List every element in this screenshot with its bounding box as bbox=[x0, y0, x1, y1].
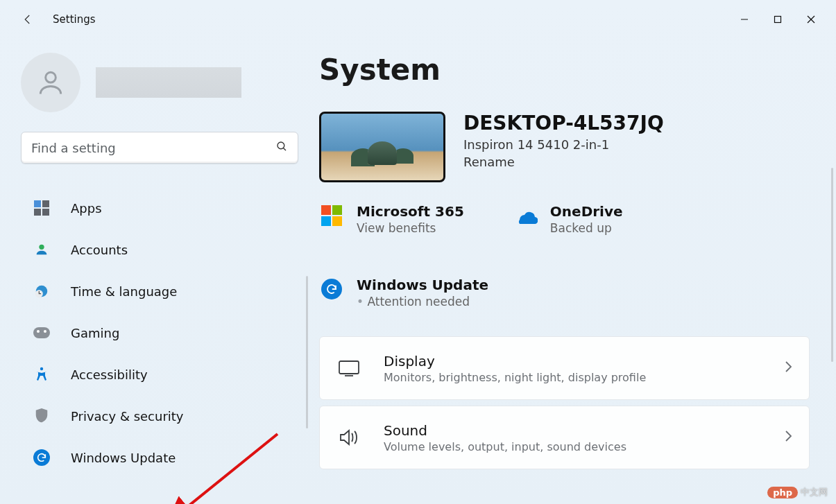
person-icon bbox=[35, 67, 66, 98]
svg-line-6 bbox=[283, 148, 286, 150]
sidebar-item-label: Accessibility bbox=[71, 367, 148, 382]
back-button[interactable] bbox=[15, 7, 40, 32]
nav-list: Apps Accounts Time & language Gaming bbox=[21, 187, 298, 478]
device-name: DESKTOP-4L537JQ bbox=[463, 112, 664, 134]
window-title: Settings bbox=[53, 13, 96, 26]
rename-link[interactable]: Rename bbox=[463, 155, 664, 169]
privacy-security-icon bbox=[32, 406, 51, 426]
nav-scrollbar-thumb[interactable] bbox=[306, 276, 308, 428]
watermark-brand: php bbox=[767, 487, 798, 498]
titlebar: Settings bbox=[0, 0, 836, 39]
main-scrollbar-thumb[interactable] bbox=[831, 168, 833, 362]
device-model: Inspiron 14 5410 2-in-1 bbox=[463, 137, 664, 152]
sidebar-item-time-language[interactable]: Time & language bbox=[21, 270, 298, 312]
minimize-icon bbox=[740, 15, 749, 24]
row-display[interactable]: Display Monitors, brightness, night ligh… bbox=[319, 336, 810, 400]
sidebar-item-windows-update[interactable]: Windows Update bbox=[21, 437, 298, 478]
accounts-icon bbox=[32, 240, 51, 259]
sound-icon bbox=[336, 425, 361, 450]
tile-subtext: Backed up bbox=[550, 221, 623, 235]
sidebar-item-label: Privacy & security bbox=[71, 409, 184, 424]
sidebar-item-label: Accounts bbox=[71, 243, 128, 257]
sidebar-item-label: Apps bbox=[71, 201, 102, 216]
tile-microsoft-365[interactable]: Microsoft 365 View benefits bbox=[319, 203, 464, 235]
accessibility-icon bbox=[32, 365, 51, 384]
tile-subtext: Attention needed bbox=[357, 295, 488, 309]
sidebar-item-label: Gaming bbox=[71, 326, 119, 340]
info-tiles: Microsoft 365 View benefits OneDrive Bac… bbox=[319, 203, 815, 309]
svg-rect-12 bbox=[339, 361, 359, 374]
window-controls bbox=[728, 7, 828, 32]
tile-title: Windows Update bbox=[357, 277, 488, 293]
microsoft-365-icon bbox=[319, 203, 344, 228]
svg-point-7 bbox=[39, 245, 44, 250]
tile-subtext: View benefits bbox=[357, 221, 464, 235]
sidebar-item-apps[interactable]: Apps bbox=[21, 187, 298, 229]
gaming-icon bbox=[32, 323, 51, 342]
row-title: Display bbox=[384, 353, 762, 370]
settings-list: Display Monitors, brightness, night ligh… bbox=[319, 336, 815, 469]
search-box[interactable] bbox=[21, 132, 298, 164]
svg-rect-1 bbox=[775, 17, 781, 23]
sidebar-item-label: Windows Update bbox=[71, 451, 176, 465]
sidebar-item-privacy-security[interactable]: Privacy & security bbox=[21, 395, 298, 437]
svg-point-5 bbox=[278, 142, 284, 149]
chevron-right-icon bbox=[784, 360, 792, 376]
row-sound[interactable]: Sound Volume levels, output, input, soun… bbox=[319, 406, 810, 469]
row-subtext: Volume levels, output, input, sound devi… bbox=[384, 440, 762, 453]
sidebar: Apps Accounts Time & language Gaming bbox=[0, 39, 319, 504]
svg-point-10 bbox=[40, 367, 43, 370]
sidebar-item-accounts[interactable]: Accounts bbox=[21, 229, 298, 270]
chevron-right-icon bbox=[784, 430, 792, 445]
profile-block[interactable] bbox=[21, 53, 298, 112]
sidebar-item-label: Time & language bbox=[71, 284, 177, 299]
avatar bbox=[21, 53, 80, 112]
onedrive-icon bbox=[513, 203, 538, 228]
device-summary: DESKTOP-4L537JQ Inspiron 14 5410 2-in-1 … bbox=[319, 112, 815, 182]
row-subtext: Monitors, brightness, night light, displ… bbox=[384, 371, 762, 384]
device-wallpaper-thumb bbox=[319, 112, 445, 182]
display-icon bbox=[336, 356, 361, 381]
tile-windows-update[interactable]: Windows Update Attention needed bbox=[319, 277, 815, 309]
sidebar-item-accessibility[interactable]: Accessibility bbox=[21, 354, 298, 395]
profile-name-redacted bbox=[96, 67, 241, 98]
page-title: System bbox=[319, 53, 815, 87]
tile-title: Microsoft 365 bbox=[357, 203, 464, 220]
maximize-button[interactable] bbox=[761, 7, 794, 32]
close-icon bbox=[807, 15, 815, 24]
windows-update-icon bbox=[32, 448, 51, 467]
watermark-text: 中文网 bbox=[801, 486, 828, 498]
tile-title: OneDrive bbox=[550, 203, 623, 220]
tile-onedrive[interactable]: OneDrive Backed up bbox=[513, 203, 623, 235]
windows-update-status-icon bbox=[319, 277, 344, 302]
watermark: php 中文网 bbox=[767, 486, 828, 498]
apps-icon bbox=[32, 198, 51, 218]
main-content: System DESKTOP-4L537JQ Inspiron 14 5410 … bbox=[319, 39, 836, 504]
close-button[interactable] bbox=[794, 7, 828, 32]
search-input[interactable] bbox=[31, 141, 275, 155]
maximize-icon bbox=[774, 15, 782, 24]
row-title: Sound bbox=[384, 422, 762, 439]
search-icon bbox=[275, 140, 288, 155]
time-language-icon bbox=[32, 281, 51, 301]
sidebar-item-gaming[interactable]: Gaming bbox=[21, 312, 298, 354]
back-arrow-icon bbox=[22, 13, 34, 26]
svg-point-4 bbox=[46, 72, 56, 82]
minimize-button[interactable] bbox=[728, 7, 761, 32]
